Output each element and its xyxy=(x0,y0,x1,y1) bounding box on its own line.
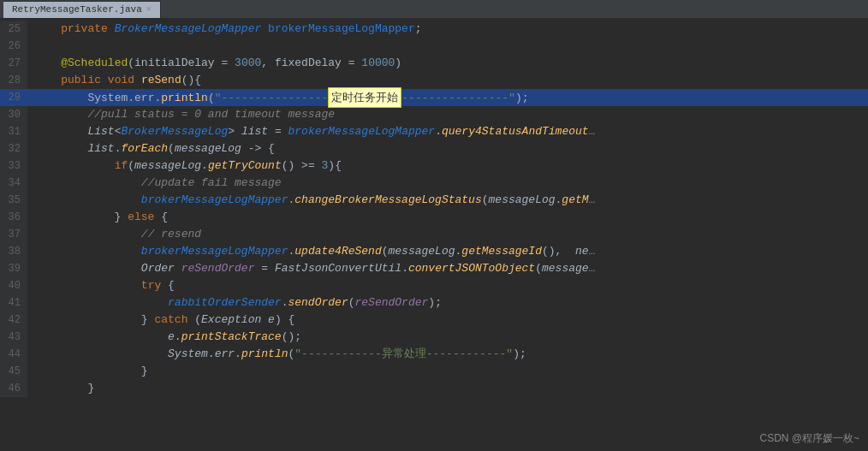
table-row: 39 Order reSendOrder = FastJsonConvertUt… xyxy=(0,260,868,277)
tab-label: RetryMessageTasker.java xyxy=(12,4,142,15)
table-row: 44 System.err.println("------------异常处理-… xyxy=(0,346,868,363)
table-row: 41 rabbitOrderSender.sendOrder(reSendOrd… xyxy=(0,294,868,312)
table-row: 33 if(messageLog.getTryCount() >= 3){ xyxy=(0,157,868,175)
watermark-text: CSDN @程序媛一枚~ xyxy=(759,431,859,446)
table-row: 27 @Scheduled(initialDelay = 3000, fixed… xyxy=(0,55,868,72)
active-tab[interactable]: RetryMessageTasker.java × xyxy=(3,1,161,18)
table-row: 25 private BrokerMessageLogMapper broker… xyxy=(0,21,868,38)
table-row: 29 System.err.println("----------------定… xyxy=(0,89,868,106)
table-row: 37 // resend xyxy=(0,226,868,243)
table-row: 38 brokerMessageLogMapper.update4ReSend(… xyxy=(0,243,868,260)
table-row: 26 xyxy=(0,38,868,55)
editor-container: RetryMessageTasker.java × 25 private Bro… xyxy=(0,0,868,451)
table-row: 30 //pull status = 0 and timeout message xyxy=(0,106,868,123)
close-tab-icon[interactable]: × xyxy=(146,5,152,15)
table-row: 32 list.forEach(messageLog -> { xyxy=(0,140,868,157)
table-row: 35 brokerMessageLogMapper.changeBrokerMe… xyxy=(0,192,868,209)
table-row: 42 } catch (Exception e) { xyxy=(0,312,868,329)
table-row: 36 } else { xyxy=(0,209,868,226)
table-row: 45 } xyxy=(0,363,868,380)
table-row: 28 public void reSend(){ xyxy=(0,72,868,89)
table-row: 34 //update fail message xyxy=(0,175,868,192)
table-row: 31 List<BrokerMessageLog> list = brokerM… xyxy=(0,123,868,140)
annotation-box: 定时任务开始 xyxy=(328,87,401,108)
code-lines: 25 private BrokerMessageLogMapper broker… xyxy=(0,19,868,397)
table-row: 40 try { xyxy=(0,277,868,294)
table-row: 46 } xyxy=(0,380,868,397)
tab-bar: RetryMessageTasker.java × xyxy=(0,0,868,19)
code-area: 25 private BrokerMessageLogMapper broker… xyxy=(0,19,868,451)
table-row: 43 e.printStackTrace(); xyxy=(0,329,868,346)
